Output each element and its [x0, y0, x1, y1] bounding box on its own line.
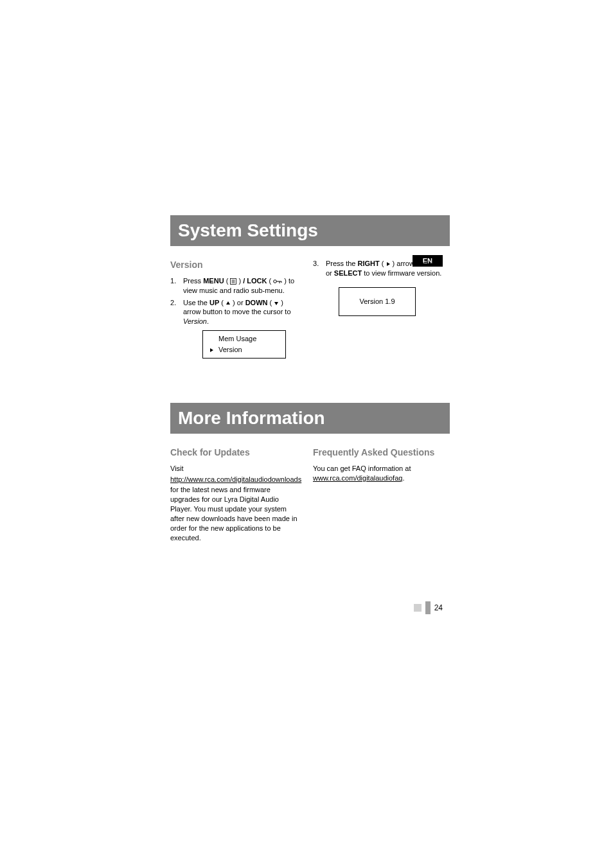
- updates-intro: Visit: [170, 464, 300, 474]
- svg-marker-10: [210, 348, 213, 352]
- page-number: 24: [434, 603, 443, 612]
- lcd-row-version: Version: [209, 344, 279, 355]
- text: Use the: [183, 299, 209, 306]
- page-content: System Settings Version Press MENU ( ) /…: [0, 0, 613, 544]
- subheading-faq: Frequently Asked Questions: [313, 447, 443, 459]
- text: (: [224, 277, 231, 285]
- page-footer: 24: [414, 601, 443, 614]
- svg-point-4: [274, 280, 277, 283]
- lcd-version-box: Version 1.9: [339, 287, 416, 316]
- svg-marker-11: [387, 262, 390, 266]
- label-version-italic: Version: [183, 317, 207, 325]
- faq-text: You can get FAQ information at www.rca.c…: [313, 464, 443, 483]
- faq-intro: You can get FAQ information at: [313, 465, 411, 472]
- updates-body: for the latest news and firmware upgrade…: [170, 485, 300, 542]
- cursor-icon: [209, 345, 215, 355]
- arrow-up-icon: [226, 301, 231, 306]
- svg-marker-8: [226, 301, 230, 305]
- updates-link[interactable]: http://www.rca.com/digitalaudiodownloads: [170, 475, 301, 483]
- system-settings-columns: Version Press MENU ( ) / LOCK ( ) to vie…: [170, 259, 443, 361]
- step-3: Press the RIGHT ( ) arrow button or SELE…: [313, 259, 443, 278]
- more-info-columns: Check for Updates Visit http://www.rca.c…: [170, 447, 443, 544]
- arrow-right-icon: [209, 348, 214, 353]
- label-select: SELECT: [334, 269, 362, 277]
- text: (: [219, 299, 226, 306]
- section-heading-system-settings: System Settings: [170, 215, 450, 246]
- label-right: RIGHT: [358, 260, 380, 267]
- faq-link[interactable]: www.rca.com/digitalaudiofaq: [313, 474, 402, 482]
- label-menu: MENU: [203, 277, 224, 285]
- column-left: Version Press MENU ( ) / LOCK ( ) to vie…: [170, 259, 300, 361]
- menu-icon: [230, 278, 236, 285]
- lcd-row-mem-usage: Mem Usage: [209, 333, 279, 344]
- lock-key-icon: [273, 279, 282, 284]
- column-right: Press the RIGHT ( ) arrow button or SELE…: [313, 259, 443, 361]
- text: (: [380, 260, 386, 267]
- text: Press the: [326, 260, 358, 267]
- text: (: [267, 277, 273, 285]
- label-lock: / LOCK: [243, 277, 267, 285]
- footer-bar-icon: [425, 601, 431, 614]
- text: ) or: [231, 299, 245, 306]
- footer-square-icon: [414, 604, 422, 612]
- lcd-label: Version: [218, 345, 242, 355]
- column-left: Check for Updates Visit http://www.rca.c…: [170, 447, 300, 544]
- column-right: Frequently Asked Questions You can get F…: [313, 447, 443, 544]
- text: to view firmware version.: [362, 269, 441, 277]
- lcd-menu-box: Mem Usage Version: [202, 330, 286, 359]
- faq-after: .: [402, 474, 404, 482]
- subheading-version: Version: [170, 259, 300, 271]
- text: Press: [183, 277, 203, 285]
- label-down: DOWN: [245, 299, 268, 306]
- text: (: [267, 299, 274, 306]
- step-1: Press MENU ( ) / LOCK ( ) to view music …: [170, 276, 300, 296]
- svg-marker-9: [274, 302, 278, 305]
- updates-link-wrapper: http://www.rca.com/digitalaudiodownloads: [170, 475, 300, 484]
- subheading-check-updates: Check for Updates: [170, 447, 300, 459]
- arrow-right-icon: [386, 261, 391, 267]
- label-up: UP: [209, 299, 219, 306]
- text: ): [236, 277, 243, 285]
- steps-list: Press MENU ( ) / LOCK ( ) to view music …: [170, 276, 300, 359]
- lcd-label: Mem Usage: [218, 334, 256, 344]
- section-heading-more-information: More Information: [170, 403, 450, 434]
- text: .: [207, 317, 209, 325]
- step-2: Use the UP ( ) or DOWN ( ) arrow button …: [170, 298, 300, 359]
- steps-list-right: Press the RIGHT ( ) arrow button or SELE…: [313, 259, 443, 278]
